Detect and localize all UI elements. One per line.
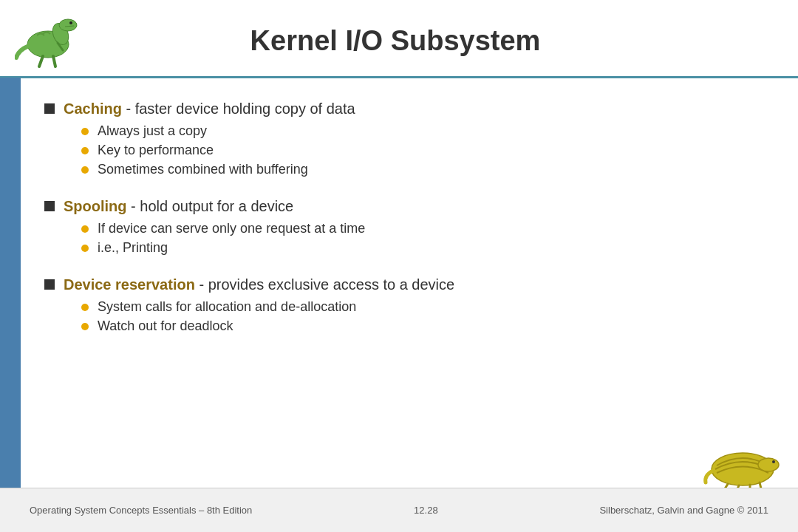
spooling-sub-1: If device can serve only one request at … bbox=[98, 221, 365, 236]
device-reservation-rest: - provides exclusive access to a device bbox=[195, 276, 454, 293]
device-reservation-sub-2: Watch out for deadlock bbox=[98, 318, 233, 334]
caching-rest: - faster device holding copy of data bbox=[122, 100, 355, 117]
spooling-sublist: If device can serve only one request at … bbox=[44, 221, 754, 256]
section-spooling: Spooling - hold output for a device If d… bbox=[44, 198, 754, 256]
bullet-circle-icon bbox=[81, 147, 89, 154]
caching-keyword: Caching bbox=[64, 100, 122, 117]
spooling-bullet bbox=[44, 201, 55, 211]
bullet-circle-icon bbox=[81, 304, 89, 311]
footer-left-text: Operating System Concepts Essentials – 8… bbox=[30, 505, 252, 516]
list-item: If device can serve only one request at … bbox=[81, 221, 754, 236]
svg-point-9 bbox=[758, 458, 779, 471]
caching-sublist: Always just a copy Key to performance So… bbox=[44, 123, 754, 177]
list-item: System calls for allocation and de-alloc… bbox=[81, 299, 754, 315]
footer-left: Operating System Concepts Essentials – 8… bbox=[30, 505, 252, 516]
bullet-circle-icon bbox=[81, 323, 89, 330]
spooling-title: Spooling - hold output for a device bbox=[64, 198, 293, 215]
svg-line-6 bbox=[53, 56, 55, 66]
slide: Kernel I/O Subsystem Caching - faster de… bbox=[0, 0, 798, 532]
bullet-circle-icon bbox=[81, 166, 89, 174]
list-item: Always just a copy bbox=[81, 123, 754, 139]
footer: Operating System Concepts Essentials – 8… bbox=[0, 488, 798, 532]
bullet-circle-icon bbox=[81, 245, 89, 252]
slide-title: Kernel I/O Subsystem bbox=[89, 25, 768, 57]
footer-dino-icon bbox=[702, 432, 783, 491]
list-item: Watch out for deadlock bbox=[81, 318, 754, 334]
footer-dino bbox=[702, 432, 783, 491]
spooling-rest: - hold output for a device bbox=[127, 198, 294, 214]
header: Kernel I/O Subsystem bbox=[0, 0, 798, 78]
section-spooling-header-row: Spooling - hold output for a device bbox=[44, 198, 754, 215]
caching-sub-3: Sometimes combined with buffering bbox=[98, 162, 308, 177]
svg-point-10 bbox=[772, 460, 775, 463]
list-item: Sometimes combined with buffering bbox=[81, 162, 754, 177]
section-device-reservation-header-row: Device reservation - provides exclusive … bbox=[44, 276, 754, 293]
footer-center: 12.28 bbox=[414, 505, 438, 516]
footer-right: Silberschatz, Galvin and Gagne © 2011 bbox=[599, 505, 768, 516]
header-dino-icon bbox=[15, 13, 81, 69]
device-reservation-title: Device reservation - provides exclusive … bbox=[64, 276, 454, 293]
section-caching-header-row: Caching - faster device holding copy of … bbox=[44, 100, 754, 117]
caching-bullet bbox=[44, 103, 55, 114]
section-caching: Caching - faster device holding copy of … bbox=[44, 100, 754, 177]
caching-sub-1: Always just a copy bbox=[98, 123, 207, 139]
svg-point-2 bbox=[59, 19, 77, 31]
bullet-circle-icon bbox=[81, 225, 89, 233]
svg-point-3 bbox=[69, 21, 72, 24]
bullet-circle-icon bbox=[81, 128, 89, 135]
svg-line-5 bbox=[39, 56, 43, 66]
device-reservation-keyword: Device reservation bbox=[64, 276, 195, 293]
main-content: Caching - faster device holding copy of … bbox=[0, 78, 798, 488]
device-reservation-sublist: System calls for allocation and de-alloc… bbox=[44, 299, 754, 334]
caching-sub-2: Key to performance bbox=[98, 143, 214, 158]
header-dino bbox=[15, 13, 81, 69]
device-reservation-sub-1: System calls for allocation and de-alloc… bbox=[98, 299, 356, 315]
list-item: Key to performance bbox=[81, 143, 754, 158]
spooling-keyword: Spooling bbox=[64, 198, 127, 214]
section-device-reservation: Device reservation - provides exclusive … bbox=[44, 276, 754, 334]
spooling-sub-2: i.e., Printing bbox=[98, 240, 168, 256]
list-item: i.e., Printing bbox=[81, 240, 754, 256]
device-reservation-bullet bbox=[44, 279, 55, 290]
caching-title: Caching - faster device holding copy of … bbox=[64, 100, 355, 117]
